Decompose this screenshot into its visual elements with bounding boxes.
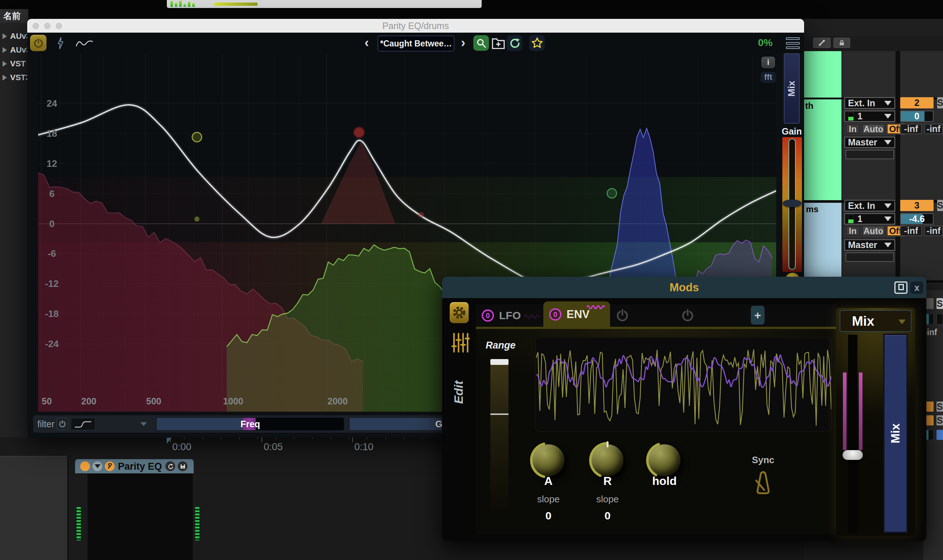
- browser-item[interactable]: AUv3: [0, 30, 28, 42]
- mod-slot-power-button[interactable]: [615, 308, 629, 323]
- filter-power-button[interactable]: [56, 418, 69, 430]
- clip-slot[interactable]: [804, 51, 841, 98]
- monitor-auto-button[interactable]: Auto: [862, 226, 885, 236]
- settings-button[interactable]: [450, 302, 469, 323]
- input-select[interactable]: Ext. In: [845, 97, 895, 109]
- hot-swap-button[interactable]: [165, 462, 175, 471]
- arrangement-timeline[interactable]: 0:000:050:10: [160, 436, 446, 456]
- solo-button[interactable]: S: [937, 97, 943, 108]
- expand-triangle-icon[interactable]: [3, 75, 7, 80]
- sliders-icon[interactable]: [452, 332, 470, 354]
- release-slope-value[interactable]: 0: [586, 509, 629, 522]
- fft-toggle[interactable]: fft: [761, 72, 776, 83]
- device-edit-icon[interactable]: [105, 462, 115, 471]
- attack-slope-value[interactable]: 0: [527, 509, 570, 522]
- gain-fader-handle[interactable]: [783, 200, 801, 207]
- channel-select[interactable]: 1: [845, 111, 895, 122]
- device-title-bar[interactable]: Parity EQ: [75, 459, 194, 473]
- expand-triangle-icon[interactable]: [3, 61, 7, 67]
- browser-item-label: VST: [10, 59, 26, 69]
- send-a[interactable]: -inf: [900, 124, 922, 134]
- send-b[interactable]: -inf: [924, 124, 943, 134]
- link-button[interactable]: [813, 38, 831, 48]
- tab-lfo[interactable]: 0 LFO: [477, 304, 543, 327]
- mixer-fragment-box[interactable]: [937, 430, 943, 440]
- solo-button[interactable]: S: [937, 200, 943, 211]
- tab-env[interactable]: 0 ENV: [543, 302, 610, 328]
- output-select[interactable]: Master: [845, 137, 895, 148]
- output-select[interactable]: Master: [845, 239, 895, 251]
- browser-item[interactable]: VST3: [0, 71, 28, 84]
- plugin-power-button[interactable]: [30, 35, 46, 51]
- level-meter: [183, 4, 186, 7]
- input-select[interactable]: Ext. In: [845, 200, 895, 211]
- monitor-in-button[interactable]: In: [845, 226, 860, 236]
- empty-chooser[interactable]: [845, 252, 894, 262]
- eq-mix-fader[interactable]: Mix: [784, 53, 800, 124]
- add-mod-button[interactable]: +: [751, 306, 765, 325]
- monitor-in-button[interactable]: In: [845, 124, 860, 134]
- channel-select[interactable]: 1: [845, 213, 895, 225]
- track-volume[interactable]: -4.6: [900, 213, 934, 225]
- solo-button[interactable]: S: [937, 415, 943, 425]
- window-zoom-icon[interactable]: [56, 23, 62, 29]
- filter-shape-selector[interactable]: [71, 418, 95, 430]
- solo-button[interactable]: S: [937, 402, 943, 412]
- reload-preset-button[interactable]: [507, 35, 522, 51]
- mods-titlebar[interactable]: Mods x: [442, 277, 926, 298]
- plugin-window-titlebar[interactable]: Parity EQ/drums: [27, 19, 804, 33]
- wave-icon[interactable]: [75, 38, 94, 49]
- range-handle[interactable]: [490, 359, 509, 365]
- close-button[interactable]: x: [910, 282, 923, 294]
- send-b[interactable]: -inf: [924, 226, 943, 236]
- edit-mode-label[interactable]: Edit: [445, 367, 472, 417]
- playhead-marker-icon[interactable]: [167, 438, 173, 444]
- info-button[interactable]: i: [761, 57, 775, 68]
- window-minimize-icon[interactable]: [44, 23, 51, 29]
- gear-icon: [452, 305, 467, 320]
- track-volume[interactable]: 0: [900, 111, 934, 122]
- preset-next-button[interactable]: ›: [461, 35, 465, 50]
- clip-slot[interactable]: th: [804, 99, 841, 200]
- power-icon: [58, 420, 66, 428]
- browser-item[interactable]: AUv3: [0, 44, 28, 56]
- bolt-icon[interactable]: [56, 37, 65, 49]
- gain-fader[interactable]: [782, 137, 802, 272]
- menu-button[interactable]: [786, 37, 800, 49]
- mod-depth-handle[interactable]: [843, 450, 863, 460]
- track-number[interactable]: 3: [900, 200, 934, 211]
- freq-field[interactable]: Freq: [156, 417, 344, 431]
- save-preset-button[interactable]: [178, 462, 188, 471]
- clip-slot[interactable]: ms: [804, 203, 841, 280]
- mod-target-select[interactable]: Mix: [840, 310, 911, 332]
- window-close-icon[interactable]: [33, 23, 39, 29]
- mixer-fragment-box[interactable]: [937, 314, 943, 325]
- env-waveform-display[interactable]: [535, 337, 832, 432]
- browser-item[interactable]: VST: [0, 58, 28, 70]
- background-window-fragment: [167, 0, 481, 8]
- range-slider[interactable]: [490, 359, 509, 509]
- device-fold-icon[interactable]: [92, 462, 102, 471]
- solo-button[interactable]: S: [937, 298, 943, 309]
- send-a[interactable]: -inf: [900, 226, 922, 236]
- mix-target-fader[interactable]: Mix: [883, 334, 908, 533]
- empty-chooser[interactable]: [845, 150, 894, 159]
- device-activator-icon[interactable]: [80, 462, 90, 471]
- expand-triangle-icon[interactable]: [3, 47, 7, 53]
- favorite-button[interactable]: [529, 35, 545, 51]
- track-number[interactable]: 2: [900, 97, 934, 108]
- expand-triangle-icon[interactable]: [3, 33, 7, 39]
- mod-slot-power-button[interactable]: [681, 308, 695, 323]
- sync-metronome-icon[interactable]: [753, 471, 773, 497]
- add-preset-button[interactable]: [491, 37, 505, 50]
- mod-depth-slider[interactable]: [842, 335, 864, 532]
- preset-prev-button[interactable]: ‹: [365, 35, 369, 50]
- meter-fragment-box[interactable]: [926, 314, 934, 325]
- monitor-auto-button[interactable]: Auto: [862, 124, 885, 134]
- preset-search-button[interactable]: [473, 35, 489, 51]
- lock-button[interactable]: [834, 38, 850, 48]
- mixer-fragment-box[interactable]: [926, 298, 934, 309]
- maximize-button[interactable]: [894, 282, 908, 294]
- preset-field[interactable]: *Caught Betwee…: [378, 35, 454, 51]
- caret-down-icon[interactable]: [140, 422, 147, 426]
